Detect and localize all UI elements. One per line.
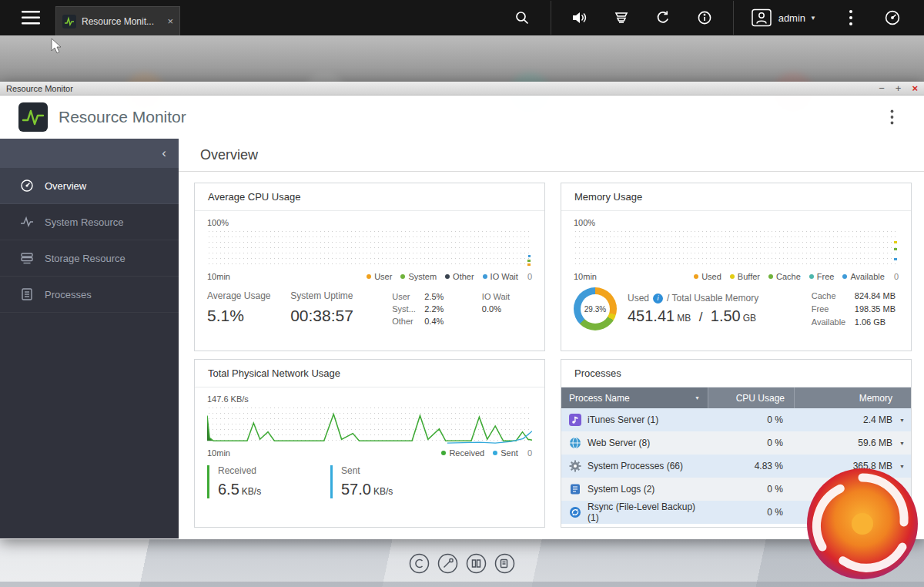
memory-usage-panel: Memory Usage 100% 10min Used Buffer: [561, 183, 912, 351]
system-uptime-stat: System Uptime 00:38:57: [290, 290, 390, 327]
memory-used-total-value: 451.41MB / 1.50GB: [628, 307, 758, 325]
topbar-divider: [551, 1, 551, 35]
process-cpu: 0 %: [708, 438, 794, 448]
sidebar-item-storage-resource[interactable]: Storage Resource: [0, 240, 179, 277]
background-tasks-icon[interactable]: [613, 9, 630, 26]
memory-chart-tick: [894, 258, 897, 260]
x-axis-start-label: 10min: [207, 272, 230, 281]
x-axis-start-label: 10min: [207, 448, 230, 458]
minimize-button[interactable]: −: [879, 83, 885, 93]
process-row-system-logs[interactable]: System Logs (2) 0 % 6.7 MB▼: [561, 478, 911, 501]
process-memory: 365.8 MB: [853, 461, 892, 471]
dock-share-icon[interactable]: [409, 553, 430, 574]
processes-panel: Processes Process Name ▼ CPU Usage Memor…: [561, 359, 912, 528]
resource-monitor-taskbar-tab[interactable]: Resource Monit... ×: [55, 6, 180, 35]
received-series-line: [207, 414, 532, 441]
rsync-icon: [569, 506, 581, 518]
window-title: Resource Monitor: [6, 84, 73, 93]
average-usage-value: 5.1%: [207, 307, 290, 325]
legend-dot: [730, 274, 735, 279]
admin-user-menu[interactable]: admin ▼: [778, 12, 816, 24]
processes-panel-title: Processes: [561, 360, 911, 387]
user-avatar-icon[interactable]: [751, 8, 772, 27]
app-options-icon[interactable]: [890, 109, 906, 125]
process-row-system-processes[interactable]: System Processes (66) 4.83 % 365.8 MB▼: [561, 455, 911, 478]
column-cpu-usage[interactable]: CPU Usage: [708, 387, 794, 408]
resource-monitor-logo: [18, 102, 48, 132]
dock-notes-icon[interactable]: [494, 553, 515, 574]
sort-caret-icon[interactable]: ▼: [695, 395, 700, 401]
network-usage-panel: Total Physical Network Usage 147.6 KB/s …: [194, 359, 545, 528]
legend-dot: [842, 274, 847, 279]
process-row-itunes-server[interactable]: iTunes Server (1) 0 % 2.4 MB▼: [561, 408, 911, 431]
tab-close-icon[interactable]: ×: [167, 15, 173, 27]
legend-cache: Cache: [768, 272, 801, 281]
y-axis-min-label: 0: [527, 448, 532, 458]
window-titlebar[interactable]: Resource Monitor − + ×: [0, 82, 924, 96]
process-list-icon: [20, 287, 34, 301]
row-expand-icon[interactable]: ▼: [899, 487, 905, 492]
network-panel-title: Total Physical Network Usage: [195, 360, 544, 387]
sidebar-item-overview[interactable]: Overview: [0, 168, 179, 204]
process-row-rsync[interactable]: Rsync (File-Level Backup) (1) 0 % 2.1 MB…: [561, 501, 911, 524]
info-icon[interactable]: [696, 9, 713, 26]
page-title: Overview: [200, 147, 258, 163]
sent-stat: Sent 57.0KB/s: [330, 465, 423, 498]
column-label: Process Name: [569, 393, 630, 404]
mouse-cursor: [51, 39, 63, 54]
memory-donut-chart: 29.3%: [574, 287, 617, 330]
process-memory: 2.1 MB: [863, 507, 892, 518]
dock-tools-icon[interactable]: [437, 553, 458, 574]
legend-user: User: [367, 272, 392, 281]
processes-table: Process Name ▼ CPU Usage Memory: [561, 387, 911, 524]
gauge-icon: [20, 179, 34, 193]
column-process-name[interactable]: Process Name ▼: [561, 387, 708, 408]
total-usable-label: / Total Usable Memory: [667, 293, 758, 304]
sidebar-collapse-icon[interactable]: ‹: [0, 139, 179, 168]
search-icon[interactable]: [514, 9, 531, 26]
maximize-button[interactable]: +: [896, 83, 902, 93]
dock-windows-icon[interactable]: [466, 553, 487, 574]
desktop-dock: [0, 539, 924, 587]
row-expand-icon[interactable]: ▼: [899, 510, 905, 515]
legend-other: Other: [445, 272, 474, 281]
row-expand-icon[interactable]: ▼: [899, 464, 905, 469]
column-memory[interactable]: Memory: [794, 387, 911, 408]
main-menu-icon[interactable]: [15, 6, 46, 29]
resource-monitor-window: Resource Monitor − + × Resource Monitor …: [0, 82, 924, 539]
topbar-actions: admin ▼: [501, 0, 924, 35]
cpu-chart-tick: [527, 260, 531, 262]
cpu-panel-title: Average CPU Usage: [195, 183, 544, 211]
cpu-breakdown: User2.5% Syst...2.2% Other0.4%: [392, 290, 471, 327]
dashboard-gauge-icon[interactable]: [884, 9, 901, 26]
resource-monitor-app-icon: [62, 15, 76, 29]
itunes-server-icon: [569, 414, 581, 426]
refresh-icon[interactable]: [654, 9, 671, 26]
info-icon[interactable]: i: [653, 294, 663, 304]
legend-dot: [694, 274, 698, 279]
sidebar-item-processes[interactable]: Processes: [0, 277, 179, 313]
close-button[interactable]: ×: [912, 83, 918, 93]
legend-dot: [441, 451, 446, 455]
memory-used-percent: 29.3%: [574, 287, 617, 330]
row-expand-icon[interactable]: ▼: [899, 418, 905, 423]
memory-chart-tick: [894, 241, 897, 243]
legend-io-wait: IO Wait: [483, 272, 518, 281]
process-memory: 2.4 MB: [863, 414, 892, 425]
hamburger-icon: [22, 11, 40, 25]
process-row-web-server[interactable]: Web Server (8) 0 % 59.6 MB▼: [561, 431, 911, 455]
volume-icon[interactable]: [571, 9, 588, 26]
row-expand-icon[interactable]: ▼: [899, 441, 905, 446]
legend-free: Free: [809, 272, 835, 281]
sidebar-item-system-resource[interactable]: System Resource: [0, 204, 179, 240]
more-options-icon[interactable]: [842, 9, 859, 26]
legend-used: Used: [694, 272, 721, 281]
chevron-down-icon: ▼: [810, 15, 816, 22]
legend-system: System: [400, 272, 437, 281]
memory-chart-tick: [894, 248, 897, 250]
x-axis-start-label: 10min: [574, 272, 597, 281]
process-name: Web Server (8): [588, 438, 650, 448]
process-memory: 59.6 MB: [858, 438, 892, 448]
app-header: Resource Monitor: [0, 96, 924, 139]
sidebar-item-label: Processes: [45, 289, 92, 300]
